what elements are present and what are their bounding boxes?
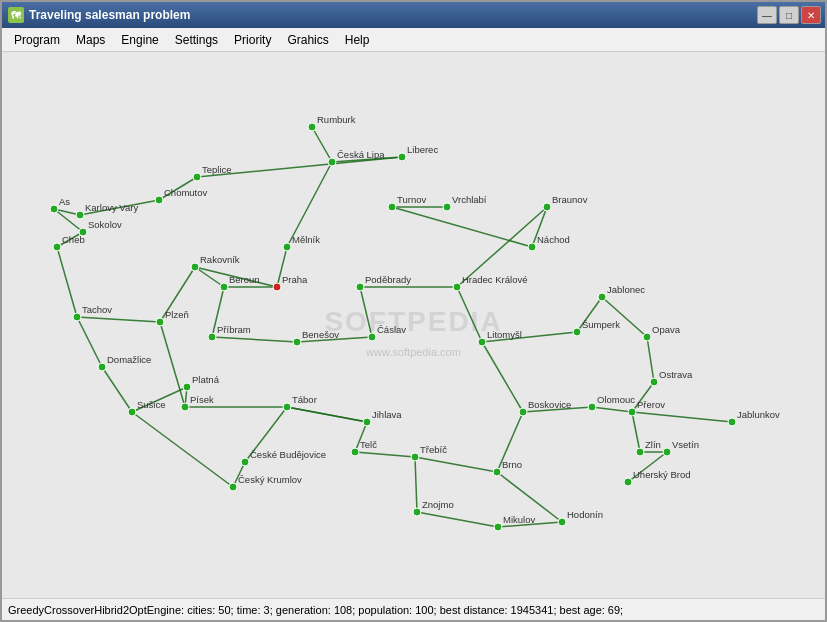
svg-point-121 [283,403,291,411]
svg-point-111 [643,333,651,341]
svg-text:Český Krumlov: Český Krumlov [238,474,302,485]
svg-point-103 [368,333,376,341]
svg-line-28 [360,287,372,337]
svg-text:Olomouc: Olomouc [597,394,635,405]
svg-point-145 [636,448,644,456]
svg-point-99 [208,333,216,341]
svg-point-139 [411,453,419,461]
svg-text:Tachov: Tachov [82,304,112,315]
svg-text:Chomutov: Chomutov [164,187,208,198]
svg-line-23 [602,297,647,337]
close-button[interactable]: ✕ [801,6,821,24]
status-bar: GreedyCrossoverHibrid2OptEngine: cities:… [2,598,825,620]
svg-line-51 [632,412,640,452]
svg-text:Praha: Praha [282,274,308,285]
svg-line-34 [77,317,160,322]
svg-text:Šumperk: Šumperk [582,319,620,330]
svg-line-20 [592,407,632,412]
svg-point-127 [628,408,636,416]
svg-text:České Budějovice: České Budějovice [250,449,326,460]
svg-line-53 [482,342,523,412]
svg-text:Sokolov: Sokolov [88,219,122,230]
title-controls: — □ ✕ [757,6,821,24]
maximize-button[interactable]: □ [779,6,799,24]
svg-point-65 [155,196,163,204]
svg-text:Vsetín: Vsetín [672,439,699,450]
menu-settings[interactable]: Settings [167,29,226,51]
svg-text:Turnov: Turnov [397,194,426,205]
menu-engine[interactable]: Engine [113,29,166,51]
svg-text:Hradec Králové: Hradec Králové [462,274,527,285]
svg-point-153 [494,523,502,531]
status-text: GreedyCrossoverHibrid2OptEngine: cities:… [8,604,623,616]
svg-text:Brno: Brno [502,459,522,470]
svg-point-101 [293,338,301,346]
svg-text:Vrchlabí: Vrchlabí [452,194,487,205]
svg-text:Znojmo: Znojmo [422,499,454,510]
menu-bar: Program Maps Engine Settings Priority Gr… [2,28,825,52]
window-title: Traveling salesman problem [29,8,190,22]
svg-point-117 [128,408,136,416]
svg-point-105 [478,338,486,346]
svg-point-113 [650,378,658,386]
svg-text:Náchod: Náchod [537,234,570,245]
menu-grahics[interactable]: Grahics [279,29,336,51]
svg-text:Liberec: Liberec [407,144,438,155]
svg-text:Braunov: Braunov [552,194,588,205]
svg-text:Tábor: Tábor [292,394,317,405]
svg-point-85 [220,283,228,291]
title-bar: 🗺 Traveling salesman problem — □ ✕ [2,2,825,28]
svg-text:Beroun: Beroun [229,274,260,285]
svg-text:Sušice: Sušice [137,399,166,410]
svg-line-38 [392,207,532,247]
svg-text:Benešov: Benešov [302,329,339,340]
svg-text:Jihlava: Jihlava [372,409,402,420]
svg-point-59 [398,153,406,161]
svg-text:Opava: Opava [652,324,681,335]
svg-line-30 [212,337,297,342]
svg-line-46 [417,512,498,527]
svg-point-119 [181,403,189,411]
svg-point-109 [598,293,606,301]
svg-text:Platná: Platná [192,374,220,385]
svg-point-149 [624,478,632,486]
svg-text:Rumburk: Rumburk [317,114,356,125]
svg-point-135 [229,483,237,491]
svg-point-151 [413,508,421,516]
svg-line-22 [647,337,654,382]
svg-point-107 [573,328,581,336]
menu-priority[interactable]: Priority [226,29,279,51]
svg-text:Mikulov: Mikulov [503,514,535,525]
svg-text:Teplice: Teplice [202,164,232,175]
menu-maps[interactable]: Maps [68,29,113,51]
svg-line-41 [287,407,367,422]
svg-text:Telč: Telč [360,439,377,450]
svg-text:Poděbrady: Poděbrady [365,274,411,285]
svg-point-71 [50,205,58,213]
svg-point-95 [73,313,81,321]
svg-text:Písek: Písek [190,394,214,405]
svg-line-8 [57,247,77,317]
svg-point-93 [453,283,461,291]
canvas-area: SOFTPEDIA www.softpedia.com RumburkLiber… [2,52,825,598]
svg-point-141 [493,468,501,476]
svg-text:Boskovice: Boskovice [528,399,571,410]
svg-point-97 [156,318,164,326]
menu-program[interactable]: Program [6,29,68,51]
minimize-button[interactable]: — [757,6,777,24]
svg-text:Cheb: Cheb [62,234,85,245]
svg-text:Čáslav: Čáslav [377,324,406,335]
svg-point-125 [588,403,596,411]
svg-point-147 [663,448,671,456]
svg-point-63 [193,173,201,181]
svg-point-155 [558,518,566,526]
svg-point-137 [351,448,359,456]
svg-point-143 [519,408,527,416]
main-window: 🗺 Traveling salesman problem — □ ✕ Progr… [0,0,827,622]
svg-point-79 [528,243,536,251]
svg-point-115 [98,363,106,371]
svg-text:As: As [59,196,70,207]
svg-point-57 [308,123,316,131]
svg-line-26 [457,287,482,342]
menu-help[interactable]: Help [337,29,378,51]
